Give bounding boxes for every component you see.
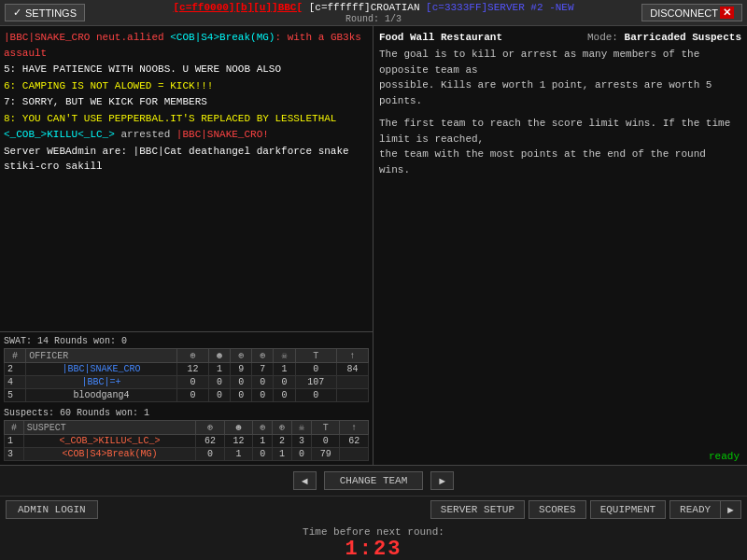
col-score: ↑ (340, 421, 369, 435)
game-description: The goal is to kill or arrest as many me… (379, 47, 741, 177)
mode-name: Barricaded Suspects (625, 32, 741, 43)
table-row: 5 bloodgang4 0 0 0 0 0 0 (5, 389, 369, 402)
timer-area: Time before next round: 1:23 (0, 523, 747, 560)
swat-header: SWAT: 14 Rounds won: 0 (4, 336, 369, 346)
change-team-bar: ◄ CHANGE TEAM ► (0, 466, 747, 497)
scores-button[interactable]: SCORES (529, 500, 586, 519)
equipment-button[interactable]: EQUIPMENT (590, 500, 666, 519)
disconnect-label: DISCONNECT (650, 7, 718, 19)
suspects-table: # SUSPECT ⊕ ☻ ⊕ ⊕ ☠ T ↑ 1 (4, 420, 369, 461)
settings-label: SETTINGS (25, 7, 77, 19)
col-c6: T (311, 421, 339, 435)
change-team-left-button[interactable]: ◄ (293, 471, 317, 490)
change-team-button[interactable]: CHANGE TEAM (324, 471, 424, 490)
checkmark-icon: ✓ (13, 7, 21, 19)
col-c4: ⊕ (252, 349, 274, 363)
ready-arrow-button[interactable]: ► (720, 500, 741, 519)
chat-line: 5: HAVE PATIENCE WITH NOOBS. U WERE NOOB… (4, 62, 369, 77)
server-setup-button[interactable]: SERVER SETUP (430, 500, 525, 519)
chat-line: 7: SORRY, BUT WE KICK FOR MEMBERS (4, 94, 369, 110)
map-name: Food Wall Restaurant (379, 32, 502, 43)
col-num: # (5, 421, 24, 435)
col-k: ⊕ (196, 421, 224, 435)
col-c4: ⊕ (273, 421, 292, 435)
chat-area: |BBC|SNAKE_CRO neut.allied <COB|S4>Break… (0, 26, 373, 331)
settings-button[interactable]: ✓ SETTINGS (5, 4, 85, 21)
mode-info: Mode: Barricaded Suspects (587, 32, 741, 43)
col-d: ⊕ (253, 421, 273, 435)
ready-btn-group: READY ► (669, 500, 741, 519)
right-panel: Food Wall Restaurant Mode: Barricaded Su… (374, 26, 747, 465)
col-c5: ☠ (274, 349, 295, 363)
swat-table: # OFFICER ⊕ ☻ ⊕ ⊕ ☠ T ↑ 2 (4, 348, 369, 402)
col-suspect: SUSPECT (23, 421, 195, 435)
col-a: ☻ (224, 421, 252, 435)
col-score: ↑ (337, 349, 369, 363)
chat-line: 8: YOU CAN'T USE PEPPERBAL.IT'S REPLACED… (4, 111, 369, 127)
col-c6: T (295, 349, 337, 363)
table-row: 3 <COB|S4>Break(MG) 0 1 0 1 0 79 (5, 448, 369, 461)
col-d: ⊕ (231, 349, 252, 363)
round-info: Round: 1/3 (0, 14, 747, 24)
disconnect-button[interactable]: DISCONNECT ✕ (641, 4, 742, 21)
col-num: # (5, 349, 26, 363)
server-title: [c=ff0000][b][u]]BBC[ [c=ffffff]CROATIAN… (0, 2, 747, 14)
col-officer: OFFICER (26, 349, 177, 363)
bottom-buttons: ADMIN LOGIN SERVER SETUP SCORES EQUIPMEN… (0, 497, 747, 523)
disconnect-x-icon: ✕ (720, 7, 734, 19)
col-c5: ☠ (292, 421, 312, 435)
col-k: ⊕ (177, 349, 209, 363)
scoreboard: SWAT: 14 Rounds won: 0 # OFFICER ⊕ ☻ ⊕ ⊕… (0, 331, 373, 465)
top-bar: ✓ SETTINGS [c=ff0000][b][u]]BBC[ [c=ffff… (0, 0, 747, 26)
chat-line: 6: CAMPING IS NOT ALOWED = KICK!!! (4, 78, 369, 94)
chat-line: Server WEBAdmin are: |BBC|Cat deathangel… (4, 144, 369, 175)
mode-label: Mode: (587, 32, 618, 43)
chat-line: |BBC|SNAKE_CRO neut.allied <COB|S4>Break… (4, 30, 369, 61)
table-row: 2 |BBC|SNAKE_CRO 12 1 9 7 1 0 84 (5, 363, 369, 376)
ready-button[interactable]: READY (669, 500, 720, 519)
table-row: 1 <_COB_>KILLU<_LC_> 62 12 1 2 3 0 62 (5, 435, 369, 448)
chat-line: <_COB_>KILLU<_LC_> arrested |BBC|SNAKE_C… (4, 127, 369, 143)
map-info-header: Food Wall Restaurant Mode: Barricaded Su… (379, 32, 741, 43)
table-row: 4 |BBC|=+ 0 0 0 0 0 107 (5, 376, 369, 389)
status-label: ready (709, 451, 740, 462)
admin-login-button[interactable]: ADMIN LOGIN (6, 500, 98, 519)
suspects-header: Suspects: 60 Rounds won: 1 (4, 408, 369, 418)
timer-label: Time before next round: (0, 526, 747, 538)
col-a: ☻ (208, 349, 230, 363)
change-team-right-button[interactable]: ► (430, 471, 454, 490)
timer-value: 1:23 (0, 538, 747, 560)
bottom-section: ◄ CHANGE TEAM ► ADMIN LOGIN SERVER SETUP… (0, 465, 747, 560)
